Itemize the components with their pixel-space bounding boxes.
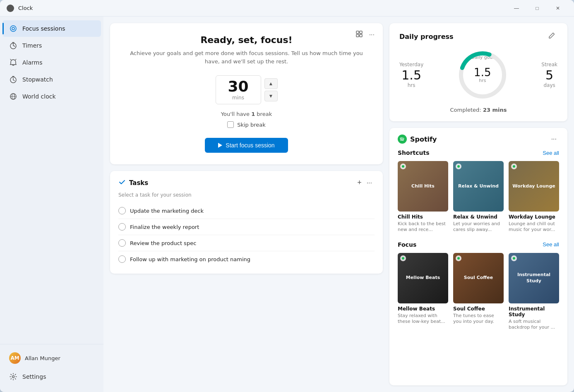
skip-break-checkbox[interactable] — [227, 121, 234, 128]
workday-lounge-name: Workday Lounge — [509, 214, 559, 220]
playlist-item-workday-lounge[interactable]: Workday Lounge Workday Lounge Lounge and… — [509, 161, 559, 233]
donut-center: 1.5 hrs — [474, 67, 491, 83]
playlist-item-relax-unwind[interactable]: Relax & Unwind Relax & Unwind Let your w… — [453, 161, 504, 233]
spotify-icon — [398, 135, 407, 144]
spotify-more-button[interactable]: ··· — [549, 135, 559, 144]
sidebar-nav: Focus sessions Timers — [0, 20, 103, 344]
focus-header: Focus See all — [398, 241, 559, 248]
skip-break-label: Skip break — [237, 122, 266, 128]
content-area: ··· Ready, set, focus! Achieve your goal… — [103, 17, 574, 392]
task-radio-1[interactable] — [118, 207, 126, 214]
chill-hits-thumb: Chill Hits — [398, 161, 448, 212]
sidebar-item-focus-sessions[interactable]: Focus sessions — [2, 20, 101, 37]
see-all-shortcuts-button[interactable]: See all — [543, 150, 559, 156]
tasks-title: Tasks — [129, 179, 355, 187]
user-name: Allan Munger — [25, 355, 60, 361]
left-panel: ··· Ready, set, focus! Achieve your goal… — [110, 23, 383, 385]
task-item[interactable]: Review the product spec — [118, 235, 375, 251]
mellow-beats-desc: Stay relaxed with these low-key beat... — [398, 313, 448, 325]
completed-value: 23 mins — [483, 107, 507, 113]
playlist-item-chill-hits[interactable]: Chill Hits Chill Hits Kick back to the b… — [398, 161, 448, 233]
focus-grid: Mellow Beats Mellow Beats Stay relaxed w… — [398, 253, 559, 331]
task-text-2: Finalize the weekly report — [130, 224, 199, 230]
sidebar-item-timers[interactable]: Timers — [2, 37, 101, 54]
world-clock-icon — [9, 92, 17, 101]
shortcuts-title: Shortcuts — [398, 149, 543, 156]
svg-rect-11 — [356, 31, 359, 34]
task-item[interactable]: Update the marketing deck — [118, 203, 375, 219]
relax-unwind-name: Relax & Unwind — [453, 214, 504, 220]
shortcuts-grid: Chill Hits Chill Hits Kick back to the b… — [398, 161, 559, 233]
yesterday-stat: Yesterday 1.5 hrs — [399, 62, 423, 88]
spotify-card: Spotify ··· Shortcuts See all — [389, 128, 567, 385]
time-unit: mins — [232, 95, 244, 101]
spotify-dot — [456, 164, 461, 169]
right-panel: Daily progress Yesterday 1.5 hrs — [389, 23, 567, 385]
svg-rect-12 — [360, 31, 362, 34]
tasks-more-button[interactable]: ··· — [364, 178, 375, 188]
task-text-4: Follow up with marketing on product nami… — [130, 256, 250, 262]
instrumental-study-desc: A soft musical backdrop for your ... — [509, 319, 559, 331]
avatar: AM — [9, 352, 21, 364]
sidebar-label-timers: Timers — [22, 42, 42, 49]
yesterday-value: 1.5 — [399, 69, 423, 82]
task-radio-3[interactable] — [118, 239, 126, 247]
mellow-beats-name: Mellow Beats — [398, 306, 448, 312]
play-icon — [218, 143, 222, 148]
soul-coffee-art: Soul Coffee — [453, 253, 504, 303]
tasks-subtitle: Select a task for your session — [118, 192, 375, 198]
spotify-logo: Spotify — [398, 135, 549, 144]
focus-card: ··· Ready, set, focus! Achieve your goal… — [110, 23, 383, 164]
focus-card-actions: ··· — [354, 30, 376, 40]
instrumental-study-name: Instrumental Study — [509, 306, 559, 317]
relax-unwind-desc: Let your worries and cares slip away... — [453, 221, 504, 233]
instrumental-study-thumb: Instrumental Study — [509, 253, 559, 303]
task-item[interactable]: Finalize the weekly report — [118, 219, 375, 235]
stopwatch-icon — [9, 75, 17, 84]
sidebar-item-settings[interactable]: Settings — [2, 368, 101, 385]
edit-progress-button[interactable] — [546, 31, 557, 41]
workday-lounge-thumb: Workday Lounge — [509, 161, 559, 212]
playlist-item-soul-coffee[interactable]: Soul Coffee Soul Coffee The tunes to eas… — [453, 253, 504, 331]
task-radio-2[interactable] — [118, 223, 126, 231]
time-arrows: ▲ ▼ — [264, 78, 278, 101]
progress-header: Daily progress — [399, 31, 557, 41]
time-picker: 30 mins ▲ ▼ — [127, 75, 366, 104]
sidebar-label-focus-sessions: Focus sessions — [22, 25, 65, 32]
progress-title: Daily progress — [399, 33, 546, 41]
see-all-focus-button[interactable]: See all — [543, 241, 559, 248]
focus-title: Ready, set, focus! — [127, 35, 366, 45]
playlist-item-instrumental-study[interactable]: Instrumental Study Instrumental Study A … — [509, 253, 559, 331]
focus-sessions-icon — [9, 24, 17, 33]
expand-button[interactable] — [354, 30, 364, 40]
window-controls: — □ ✕ — [507, 2, 567, 15]
task-radio-4[interactable] — [118, 255, 126, 263]
add-task-button[interactable]: + — [355, 178, 364, 188]
yesterday-unit: hrs — [399, 82, 423, 88]
tasks-card: Tasks + ··· Select a task for your sessi… — [110, 171, 383, 274]
sidebar-item-alarms[interactable]: Alarms — [2, 54, 101, 71]
mellow-beats-thumb: Mellow Beats — [398, 253, 448, 303]
streak-unit: days — [541, 82, 557, 88]
sidebar-item-world-clock[interactable]: World clock — [2, 88, 101, 105]
mellow-beats-art: Mellow Beats — [398, 253, 448, 303]
sidebar-item-stopwatch[interactable]: Stopwatch — [2, 71, 101, 88]
playlist-item-mellow-beats[interactable]: Mellow Beats Mellow Beats Stay relaxed w… — [398, 253, 448, 331]
minimize-button[interactable]: — — [507, 2, 526, 15]
sidebar-label-settings: Settings — [22, 373, 46, 380]
focus-more-button[interactable]: ··· — [367, 30, 376, 40]
maximize-button[interactable]: □ — [528, 2, 547, 15]
user-profile[interactable]: AM Allan Munger — [2, 348, 101, 368]
sidebar-label-world-clock: World clock — [22, 93, 56, 100]
time-increase-button[interactable]: ▲ — [264, 78, 278, 89]
streak-value: 5 — [541, 69, 557, 82]
yesterday-label: Yesterday — [399, 62, 423, 67]
close-button[interactable]: ✕ — [548, 2, 567, 15]
timers-icon — [9, 41, 17, 50]
task-text-3: Review the product spec — [130, 240, 196, 246]
time-decrease-button[interactable]: ▼ — [264, 91, 278, 101]
time-display: 30 mins — [216, 75, 261, 104]
start-focus-button[interactable]: Start focus session — [205, 138, 288, 153]
task-item[interactable]: Follow up with marketing on product nami… — [118, 251, 375, 267]
tasks-header: Tasks + ··· — [118, 178, 375, 188]
